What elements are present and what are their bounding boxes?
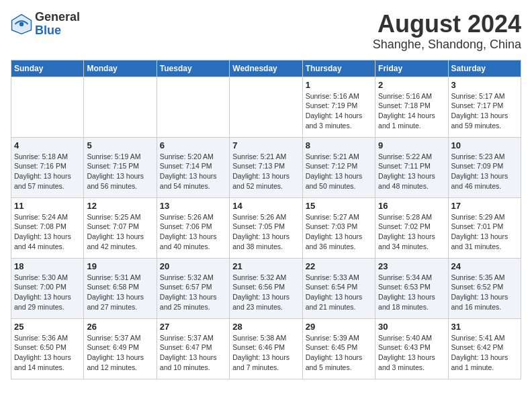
day-detail: Sunrise: 5:39 AM Sunset: 6:45 PM Dayligh…: [306, 333, 372, 373]
calendar-title: August 2024: [373, 11, 521, 38]
calendar-cell: 12Sunrise: 5:25 AM Sunset: 7:07 PM Dayli…: [84, 197, 157, 258]
calendar-cell: 6Sunrise: 5:20 AM Sunset: 7:14 PM Daylig…: [157, 137, 229, 197]
calendar-cell: 10Sunrise: 5:23 AM Sunset: 7:09 PM Dayli…: [448, 137, 521, 197]
calendar-header: SundayMondayTuesdayWednesdayThursdayFrid…: [11, 60, 521, 77]
calendar-cell: 4Sunrise: 5:18 AM Sunset: 7:16 PM Daylig…: [11, 137, 84, 197]
day-detail: Sunrise: 5:26 AM Sunset: 7:05 PM Dayligh…: [232, 212, 299, 252]
day-number: 11: [14, 201, 81, 211]
day-number: 18: [14, 261, 81, 271]
weekday-header: Monday: [84, 60, 157, 77]
day-detail: Sunrise: 5:36 AM Sunset: 6:50 PM Dayligh…: [14, 333, 81, 373]
weekday-header: Thursday: [302, 60, 375, 77]
day-number: 30: [378, 322, 445, 332]
weekday-header: Saturday: [448, 60, 521, 77]
weekday-header: Friday: [375, 60, 448, 77]
day-number: 13: [160, 201, 226, 211]
day-detail: Sunrise: 5:21 AM Sunset: 7:12 PM Dayligh…: [306, 152, 372, 191]
logo-text: General Blue: [35, 11, 80, 38]
day-detail: Sunrise: 5:16 AM Sunset: 7:18 PM Dayligh…: [378, 91, 445, 131]
day-number: 26: [87, 322, 153, 332]
day-number: 8: [306, 140, 372, 150]
weekday-header: Tuesday: [157, 60, 229, 77]
day-detail: Sunrise: 5:25 AM Sunset: 7:07 PM Dayligh…: [87, 212, 153, 252]
day-detail: Sunrise: 5:37 AM Sunset: 6:47 PM Dayligh…: [160, 333, 226, 373]
calendar-cell: 13Sunrise: 5:26 AM Sunset: 7:06 PM Dayli…: [157, 197, 229, 258]
day-detail: Sunrise: 5:38 AM Sunset: 6:46 PM Dayligh…: [232, 333, 299, 373]
day-number: 10: [451, 140, 518, 150]
day-detail: Sunrise: 5:24 AM Sunset: 7:08 PM Dayligh…: [14, 212, 81, 252]
day-detail: Sunrise: 5:17 AM Sunset: 7:17 PM Dayligh…: [451, 91, 518, 131]
calendar-cell: 11Sunrise: 5:24 AM Sunset: 7:08 PM Dayli…: [11, 197, 84, 258]
day-detail: Sunrise: 5:28 AM Sunset: 7:02 PM Dayligh…: [378, 212, 445, 252]
day-detail: Sunrise: 5:23 AM Sunset: 7:09 PM Dayligh…: [451, 152, 518, 191]
day-detail: Sunrise: 5:22 AM Sunset: 7:11 PM Dayligh…: [378, 152, 445, 191]
logo-blue: Blue: [35, 24, 61, 37]
calendar-cell: 9Sunrise: 5:22 AM Sunset: 7:11 PM Daylig…: [375, 137, 448, 197]
day-number: 27: [160, 322, 226, 332]
calendar-table: SundayMondayTuesdayWednesdayThursdayFrid…: [11, 60, 521, 379]
day-number: 19: [87, 261, 153, 271]
day-number: 25: [14, 322, 81, 332]
calendar-body: 1Sunrise: 5:16 AM Sunset: 7:19 PM Daylig…: [11, 77, 521, 379]
day-number: 5: [87, 140, 153, 150]
day-detail: Sunrise: 5:16 AM Sunset: 7:19 PM Dayligh…: [306, 91, 372, 131]
calendar-cell: 26Sunrise: 5:37 AM Sunset: 6:49 PM Dayli…: [84, 318, 157, 379]
day-number: 2: [378, 80, 445, 90]
day-detail: Sunrise: 5:31 AM Sunset: 6:58 PM Dayligh…: [87, 273, 153, 312]
calendar-cell: 5Sunrise: 5:19 AM Sunset: 7:15 PM Daylig…: [84, 137, 157, 197]
calendar-cell: 15Sunrise: 5:27 AM Sunset: 7:03 PM Dayli…: [302, 197, 375, 258]
calendar-cell: [157, 77, 229, 137]
calendar-week-row: 1Sunrise: 5:16 AM Sunset: 7:19 PM Daylig…: [11, 77, 521, 137]
calendar-cell: 27Sunrise: 5:37 AM Sunset: 6:47 PM Dayli…: [157, 318, 229, 379]
calendar-cell: [84, 77, 157, 137]
logo-icon: [11, 13, 32, 35]
calendar-cell: 22Sunrise: 5:33 AM Sunset: 6:54 PM Dayli…: [302, 258, 375, 318]
day-detail: Sunrise: 5:18 AM Sunset: 7:16 PM Dayligh…: [14, 152, 81, 191]
calendar-cell: [230, 77, 302, 137]
day-number: 7: [232, 140, 299, 150]
weekday-header: Sunday: [11, 60, 84, 77]
calendar-cell: 28Sunrise: 5:38 AM Sunset: 6:46 PM Dayli…: [230, 318, 302, 379]
day-detail: Sunrise: 5:19 AM Sunset: 7:15 PM Dayligh…: [87, 152, 153, 191]
day-number: 29: [306, 322, 372, 332]
day-number: 31: [451, 322, 518, 332]
day-number: 3: [451, 80, 518, 90]
calendar-cell: 25Sunrise: 5:36 AM Sunset: 6:50 PM Dayli…: [11, 318, 84, 379]
day-detail: Sunrise: 5:21 AM Sunset: 7:13 PM Dayligh…: [232, 152, 299, 191]
calendar-cell: 24Sunrise: 5:35 AM Sunset: 6:52 PM Dayli…: [448, 258, 521, 318]
calendar-week-row: 11Sunrise: 5:24 AM Sunset: 7:08 PM Dayli…: [11, 197, 521, 258]
calendar-cell: 17Sunrise: 5:29 AM Sunset: 7:01 PM Dayli…: [448, 197, 521, 258]
weekday-row: SundayMondayTuesdayWednesdayThursdayFrid…: [11, 60, 521, 77]
calendar-cell: 8Sunrise: 5:21 AM Sunset: 7:12 PM Daylig…: [302, 137, 375, 197]
calendar-cell: 7Sunrise: 5:21 AM Sunset: 7:13 PM Daylig…: [230, 137, 302, 197]
calendar-cell: [11, 77, 84, 137]
logo: General Blue: [11, 11, 80, 38]
day-number: 17: [451, 201, 518, 211]
day-detail: Sunrise: 5:41 AM Sunset: 6:42 PM Dayligh…: [451, 333, 518, 373]
calendar-cell: 31Sunrise: 5:41 AM Sunset: 6:42 PM Dayli…: [448, 318, 521, 379]
day-number: 4: [14, 140, 81, 150]
day-number: 28: [232, 322, 299, 332]
day-number: 9: [378, 140, 445, 150]
calendar-cell: 18Sunrise: 5:30 AM Sunset: 7:00 PM Dayli…: [11, 258, 84, 318]
calendar-cell: 3Sunrise: 5:17 AM Sunset: 7:17 PM Daylig…: [448, 77, 521, 137]
day-detail: Sunrise: 5:20 AM Sunset: 7:14 PM Dayligh…: [160, 152, 226, 191]
calendar-cell: 14Sunrise: 5:26 AM Sunset: 7:05 PM Dayli…: [230, 197, 302, 258]
day-number: 6: [160, 140, 226, 150]
day-detail: Sunrise: 5:27 AM Sunset: 7:03 PM Dayligh…: [306, 212, 372, 252]
day-number: 20: [160, 261, 226, 271]
svg-point-2: [19, 22, 24, 26]
calendar-week-row: 4Sunrise: 5:18 AM Sunset: 7:16 PM Daylig…: [11, 137, 521, 197]
logo-general: General: [35, 10, 80, 24]
day-detail: Sunrise: 5:40 AM Sunset: 6:43 PM Dayligh…: [378, 333, 445, 373]
calendar-cell: 21Sunrise: 5:32 AM Sunset: 6:56 PM Dayli…: [230, 258, 302, 318]
calendar-cell: 1Sunrise: 5:16 AM Sunset: 7:19 PM Daylig…: [302, 77, 375, 137]
calendar-cell: 2Sunrise: 5:16 AM Sunset: 7:18 PM Daylig…: [375, 77, 448, 137]
title-block: August 2024 Shanghe, Shandong, China: [373, 11, 521, 52]
day-number: 15: [306, 201, 372, 211]
day-detail: Sunrise: 5:29 AM Sunset: 7:01 PM Dayligh…: [451, 212, 518, 252]
day-number: 24: [451, 261, 518, 271]
calendar-cell: 19Sunrise: 5:31 AM Sunset: 6:58 PM Dayli…: [84, 258, 157, 318]
day-number: 23: [378, 261, 445, 271]
day-detail: Sunrise: 5:34 AM Sunset: 6:53 PM Dayligh…: [378, 273, 445, 312]
